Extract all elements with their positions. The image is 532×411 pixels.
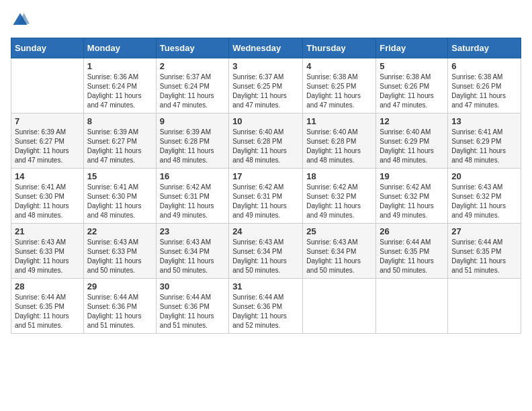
day-number: 27 <box>451 226 517 236</box>
day-number: 16 <box>160 171 225 181</box>
day-number: 15 <box>87 171 152 181</box>
calendar-cell: 2Sunrise: 6:37 AM Sunset: 6:24 PM Daylig… <box>156 58 228 113</box>
calendar-cell: 22Sunrise: 6:43 AM Sunset: 6:33 PM Dayli… <box>83 224 156 279</box>
calendar-cell: 12Sunrise: 6:40 AM Sunset: 6:29 PM Dayli… <box>376 113 448 169</box>
day-info: Sunrise: 6:39 AM Sunset: 6:27 PM Dayligh… <box>15 128 80 165</box>
calendar-cell: 13Sunrise: 6:41 AM Sunset: 6:29 PM Dayli… <box>448 113 521 169</box>
calendar-cell: 26Sunrise: 6:44 AM Sunset: 6:35 PM Dayli… <box>376 224 448 279</box>
calendar-cell <box>448 279 521 334</box>
calendar-cell: 18Sunrise: 6:42 AM Sunset: 6:32 PM Dayli… <box>303 169 376 224</box>
day-info: Sunrise: 6:42 AM Sunset: 6:32 PM Dayligh… <box>306 183 372 220</box>
calendar-cell <box>11 58 84 113</box>
calendar-cell: 24Sunrise: 6:43 AM Sunset: 6:34 PM Dayli… <box>229 224 303 279</box>
day-number: 5 <box>380 61 444 71</box>
weekday-header-wednesday: Wednesday <box>229 38 303 58</box>
day-number: 28 <box>15 281 80 291</box>
day-info: Sunrise: 6:44 AM Sunset: 6:36 PM Dayligh… <box>87 293 152 330</box>
day-number: 22 <box>87 226 152 236</box>
day-info: Sunrise: 6:37 AM Sunset: 6:25 PM Dayligh… <box>232 73 299 110</box>
calendar-cell: 23Sunrise: 6:43 AM Sunset: 6:34 PM Dayli… <box>156 224 228 279</box>
day-info: Sunrise: 6:36 AM Sunset: 6:24 PM Dayligh… <box>87 73 152 110</box>
calendar-cell: 27Sunrise: 6:44 AM Sunset: 6:35 PM Dayli… <box>448 224 521 279</box>
day-info: Sunrise: 6:44 AM Sunset: 6:35 PM Dayligh… <box>15 293 80 330</box>
calendar-cell: 11Sunrise: 6:40 AM Sunset: 6:28 PM Dayli… <box>303 113 376 169</box>
calendar-cell: 21Sunrise: 6:43 AM Sunset: 6:33 PM Dayli… <box>11 224 84 279</box>
day-number: 2 <box>160 61 225 71</box>
day-info: Sunrise: 6:44 AM Sunset: 6:36 PM Dayligh… <box>232 293 299 330</box>
day-number: 11 <box>306 116 372 126</box>
day-number: 7 <box>15 116 80 126</box>
day-number: 10 <box>232 116 299 126</box>
day-info: Sunrise: 6:41 AM Sunset: 6:30 PM Dayligh… <box>15 183 80 220</box>
day-info: Sunrise: 6:39 AM Sunset: 6:27 PM Dayligh… <box>87 128 152 165</box>
weekday-header-thursday: Thursday <box>303 38 376 58</box>
calendar-cell: 6Sunrise: 6:38 AM Sunset: 6:26 PM Daylig… <box>448 58 521 113</box>
day-number: 29 <box>87 281 152 291</box>
day-number: 3 <box>232 61 299 71</box>
day-info: Sunrise: 6:40 AM Sunset: 6:28 PM Dayligh… <box>232 128 299 165</box>
day-number: 6 <box>451 61 517 71</box>
day-info: Sunrise: 6:38 AM Sunset: 6:26 PM Dayligh… <box>451 73 517 110</box>
day-number: 24 <box>232 226 299 236</box>
day-info: Sunrise: 6:41 AM Sunset: 6:30 PM Dayligh… <box>87 183 152 220</box>
day-info: Sunrise: 6:40 AM Sunset: 6:28 PM Dayligh… <box>306 128 372 165</box>
calendar-cell: 19Sunrise: 6:42 AM Sunset: 6:32 PM Dayli… <box>376 169 448 224</box>
day-number: 25 <box>306 226 372 236</box>
day-number: 23 <box>160 226 225 236</box>
day-number: 26 <box>380 226 444 236</box>
calendar-week-row: 21Sunrise: 6:43 AM Sunset: 6:33 PM Dayli… <box>11 224 521 279</box>
calendar-cell: 8Sunrise: 6:39 AM Sunset: 6:27 PM Daylig… <box>83 113 156 169</box>
day-info: Sunrise: 6:43 AM Sunset: 6:33 PM Dayligh… <box>15 238 80 275</box>
day-number: 1 <box>87 61 152 71</box>
logo <box>11 11 32 30</box>
day-number: 30 <box>160 281 225 291</box>
day-info: Sunrise: 6:43 AM Sunset: 6:34 PM Dayligh… <box>160 238 225 275</box>
calendar-cell: 25Sunrise: 6:43 AM Sunset: 6:34 PM Dayli… <box>303 224 376 279</box>
calendar-cell: 28Sunrise: 6:44 AM Sunset: 6:35 PM Dayli… <box>11 279 84 334</box>
day-number: 20 <box>451 171 517 181</box>
day-info: Sunrise: 6:42 AM Sunset: 6:32 PM Dayligh… <box>380 183 444 220</box>
calendar-cell: 3Sunrise: 6:37 AM Sunset: 6:25 PM Daylig… <box>229 58 303 113</box>
day-number: 4 <box>306 61 372 71</box>
weekday-header-row: SundayMondayTuesdayWednesdayThursdayFrid… <box>11 38 521 58</box>
day-number: 21 <box>15 226 80 236</box>
day-info: Sunrise: 6:44 AM Sunset: 6:35 PM Dayligh… <box>380 238 444 275</box>
day-info: Sunrise: 6:44 AM Sunset: 6:35 PM Dayligh… <box>451 238 517 275</box>
calendar-cell: 9Sunrise: 6:39 AM Sunset: 6:28 PM Daylig… <box>156 113 228 169</box>
calendar-cell: 15Sunrise: 6:41 AM Sunset: 6:30 PM Dayli… <box>83 169 156 224</box>
calendar-cell: 31Sunrise: 6:44 AM Sunset: 6:36 PM Dayli… <box>229 279 303 334</box>
day-info: Sunrise: 6:42 AM Sunset: 6:31 PM Dayligh… <box>232 183 299 220</box>
day-number: 14 <box>15 171 80 181</box>
weekday-header-tuesday: Tuesday <box>156 38 228 58</box>
calendar-cell: 29Sunrise: 6:44 AM Sunset: 6:36 PM Dayli… <box>83 279 156 334</box>
calendar-cell: 30Sunrise: 6:44 AM Sunset: 6:36 PM Dayli… <box>156 279 228 334</box>
day-info: Sunrise: 6:39 AM Sunset: 6:28 PM Dayligh… <box>160 128 225 165</box>
weekday-header-friday: Friday <box>376 38 448 58</box>
calendar-week-row: 14Sunrise: 6:41 AM Sunset: 6:30 PM Dayli… <box>11 169 521 224</box>
calendar-cell: 4Sunrise: 6:38 AM Sunset: 6:25 PM Daylig… <box>303 58 376 113</box>
calendar-cell: 10Sunrise: 6:40 AM Sunset: 6:28 PM Dayli… <box>229 113 303 169</box>
day-info: Sunrise: 6:37 AM Sunset: 6:24 PM Dayligh… <box>160 73 225 110</box>
calendar-cell: 20Sunrise: 6:43 AM Sunset: 6:32 PM Dayli… <box>448 169 521 224</box>
calendar-cell: 16Sunrise: 6:42 AM Sunset: 6:31 PM Dayli… <box>156 169 228 224</box>
calendar-table: SundayMondayTuesdayWednesdayThursdayFrid… <box>11 38 521 334</box>
calendar-week-row: 28Sunrise: 6:44 AM Sunset: 6:35 PM Dayli… <box>11 279 521 334</box>
day-info: Sunrise: 6:43 AM Sunset: 6:33 PM Dayligh… <box>87 238 152 275</box>
day-number: 31 <box>232 281 299 291</box>
day-info: Sunrise: 6:41 AM Sunset: 6:29 PM Dayligh… <box>451 128 517 165</box>
day-info: Sunrise: 6:38 AM Sunset: 6:26 PM Dayligh… <box>380 73 444 110</box>
day-number: 8 <box>87 116 152 126</box>
calendar-week-row: 7Sunrise: 6:39 AM Sunset: 6:27 PM Daylig… <box>11 113 521 169</box>
calendar-cell: 17Sunrise: 6:42 AM Sunset: 6:31 PM Dayli… <box>229 169 303 224</box>
day-number: 18 <box>306 171 372 181</box>
weekday-header-sunday: Sunday <box>11 38 84 58</box>
calendar-cell: 5Sunrise: 6:38 AM Sunset: 6:26 PM Daylig… <box>376 58 448 113</box>
day-info: Sunrise: 6:42 AM Sunset: 6:31 PM Dayligh… <box>160 183 225 220</box>
calendar-cell <box>303 279 376 334</box>
day-info: Sunrise: 6:43 AM Sunset: 6:32 PM Dayligh… <box>451 183 517 220</box>
weekday-header-monday: Monday <box>83 38 156 58</box>
calendar-cell <box>376 279 448 334</box>
day-number: 19 <box>380 171 444 181</box>
day-number: 12 <box>380 116 444 126</box>
page-header <box>11 11 521 30</box>
